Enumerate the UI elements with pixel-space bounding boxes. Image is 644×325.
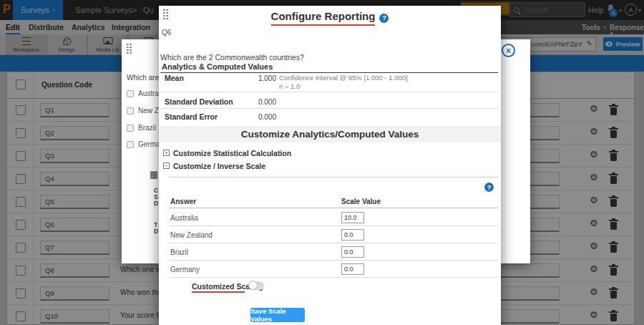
stat-note: n = 1.0 — [279, 82, 300, 90]
option-checkbox[interactable] — [127, 125, 134, 132]
stat-label: Mean — [165, 74, 184, 82]
answer-label: New Zealand — [170, 231, 213, 239]
question-code: Q6 — [162, 29, 171, 37]
grid-icon: ▦ — [150, 170, 158, 179]
question-text: Which are the 2 Commonwealth countries? — [160, 53, 304, 62]
scale-value-input[interactable] — [341, 263, 364, 275]
stat-label: Standard Deviation — [165, 97, 233, 106]
clipped-text-fragment: D — [154, 200, 158, 207]
answer-label: Australia — [170, 214, 198, 222]
stat-value: 1.000 — [252, 74, 276, 82]
divider — [160, 72, 498, 73]
option-checkbox[interactable] — [127, 90, 134, 97]
expand-plus-icon[interactable]: + — [163, 150, 170, 156]
drag-handle-icon[interactable] — [126, 43, 132, 54]
option-checkbox[interactable] — [127, 141, 134, 148]
answer-column-header: Answer — [170, 198, 196, 205]
close-icon[interactable]: × — [502, 44, 515, 57]
stat-value: 0.000 — [252, 98, 276, 106]
divider — [169, 277, 498, 278]
help-icon[interactable]: ? — [484, 183, 494, 192]
section-customize-statistical[interactable]: Customize Statistical Calculation — [173, 149, 291, 157]
clipped-text-fragment: D — [154, 228, 158, 235]
answer-label: Brazil — [170, 248, 188, 256]
divider — [160, 92, 498, 92]
divider — [169, 260, 498, 261]
section-customize-inverse-scale[interactable]: Customize / Inverse Scale — [173, 162, 265, 170]
divider — [169, 177, 498, 178]
divider — [169, 243, 498, 243]
option-checkbox[interactable] — [127, 107, 134, 115]
divider — [169, 208, 498, 208]
red-underline — [192, 291, 245, 293]
collapse-minus-icon[interactable]: − — [163, 162, 170, 169]
analytics-section-header: Analytics & Computed Values — [162, 62, 273, 71]
stat-note: Confidence Interval @ 95% [1.000 - 1.000… — [279, 74, 408, 82]
help-icon[interactable]: ? — [379, 14, 389, 23]
customize-section-header: Customize Analytics/Computed Values — [159, 126, 501, 142]
customized-scaling-toggle[interactable] — [248, 281, 264, 290]
scale-value-input[interactable] — [341, 246, 364, 258]
scale-value-input[interactable] — [341, 212, 364, 223]
configure-reporting-dialog: Configure Reporting ? Q6 Which are the 2… — [159, 6, 501, 325]
save-scale-values-button[interactable]: Save Scale Values — [250, 308, 305, 322]
divider — [169, 225, 498, 226]
stat-value: 0.000 — [252, 113, 276, 121]
dialog-title: Configure Reporting — [271, 10, 376, 26]
scale-value-input[interactable] — [341, 229, 364, 241]
scale-value-column-header: Scale Value — [341, 198, 381, 205]
divider — [160, 108, 498, 109]
toggle-knob — [248, 281, 258, 290]
stat-label: Standard Error — [165, 112, 218, 121]
answer-label: Germany — [170, 266, 200, 273]
app-root: P Surveys ▾ Sample Surveys > Qu Help 3 ▾… — [0, 0, 644, 325]
option-label: Brazil — [138, 124, 156, 132]
